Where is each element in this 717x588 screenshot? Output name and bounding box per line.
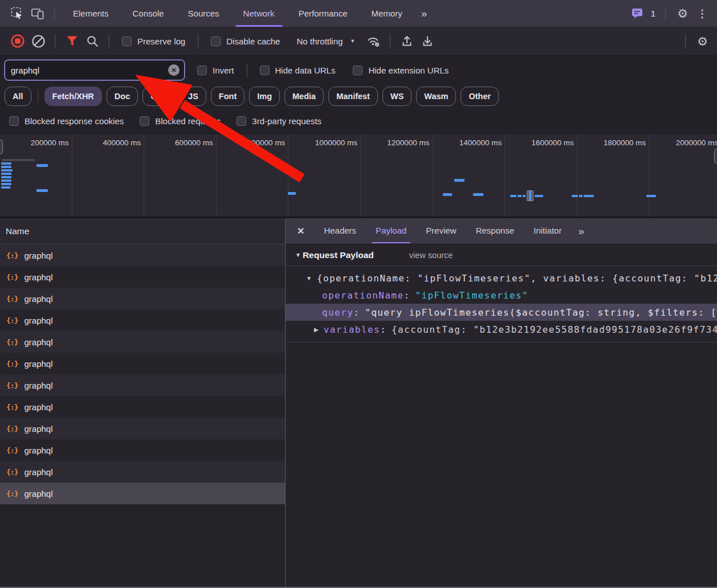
hide-extension-urls-label: Hide extension URLs xyxy=(368,66,449,75)
tab-sources[interactable]: Sources xyxy=(176,0,231,27)
kebab-menu-icon[interactable]: ⋮ xyxy=(697,9,707,19)
chip-ws[interactable]: WS xyxy=(382,87,412,106)
overview-right-handle[interactable] xyxy=(714,149,717,164)
disable-cache-checkbox[interactable] xyxy=(211,36,221,46)
request-timing-bar xyxy=(1,169,13,172)
timeline-tick: 1800000 ms xyxy=(577,134,650,217)
table-row[interactable]: {:}graphql xyxy=(0,331,285,353)
clear-network-log-icon[interactable] xyxy=(31,34,46,48)
table-row[interactable]: {:}graphql xyxy=(0,374,285,396)
section-collapse-icon[interactable]: ▼ xyxy=(295,252,301,258)
throttling-dropdown[interactable]: No throttling ▼ xyxy=(296,36,355,46)
3rd-party-requests-checkbox[interactable] xyxy=(237,116,246,126)
timeline-tick: 400000 ms xyxy=(72,134,145,217)
table-row[interactable]: {:}graphql xyxy=(0,353,285,374)
settings-gear-icon[interactable]: ⚙ xyxy=(677,7,688,19)
close-details-icon[interactable]: ✕ xyxy=(297,226,304,236)
table-row[interactable]: {:}graphql xyxy=(0,288,285,309)
tab-performance[interactable]: Performance xyxy=(287,0,360,27)
table-row[interactable]: {:}graphql xyxy=(0,461,285,483)
chip-css[interactable]: CSS xyxy=(142,87,176,106)
network-filter-input[interactable]: graphql ✕ xyxy=(5,60,185,80)
detail-tab-preview[interactable]: Preview xyxy=(416,218,466,243)
chip-all[interactable]: All xyxy=(5,87,31,106)
chip-font[interactable]: Font xyxy=(211,87,245,106)
detail-tab-headers[interactable]: Headers xyxy=(314,218,366,243)
timeline-tick: 1000000 ms xyxy=(288,134,361,217)
request-payload-section-header[interactable]: ▼ Request Payload view source xyxy=(286,244,717,266)
timeline-tick: 1400000 ms xyxy=(433,134,506,217)
import-har-icon[interactable] xyxy=(400,34,414,48)
chip-doc[interactable]: Doc xyxy=(107,87,138,106)
network-settings-gear-icon[interactable]: ⚙ xyxy=(697,35,708,47)
blocked-requests-checkbox[interactable] xyxy=(140,116,149,126)
chip-manifest[interactable]: Manifest xyxy=(328,87,378,106)
preserve-log-checkbox[interactable] xyxy=(122,36,132,46)
disable-cache-toggle[interactable]: Disable cache xyxy=(211,36,280,46)
tab-memory[interactable]: Memory xyxy=(360,0,414,27)
payload-property-row[interactable]: query:"query ipFlowTimeseries($accountTa… xyxy=(286,304,717,321)
selected-request-marker xyxy=(527,190,533,201)
tab-elements[interactable]: Elements xyxy=(61,0,121,27)
payload-summary-row[interactable]: ▼ {operationName: "ipFlowTimeseries", va… xyxy=(286,270,717,287)
request-list-panel: Name {:}graphql{:}graphql{:}graphql{:}gr… xyxy=(0,218,286,588)
chip-fetch-xhr[interactable]: Fetch/XHR xyxy=(44,87,102,106)
blocked-response-cookies-checkbox[interactable] xyxy=(9,116,19,126)
3rd-party-requests-toggle[interactable]: 3rd-party requests xyxy=(237,116,321,126)
filter-funnel-icon[interactable] xyxy=(64,34,79,48)
tab-network[interactable]: Network xyxy=(231,0,287,27)
json-braces-icon: {:} xyxy=(6,403,18,411)
blocked-requests-toggle[interactable]: Blocked requests xyxy=(140,116,221,126)
tree-expand-icon[interactable]: ▼ xyxy=(306,275,312,281)
preserve-log-toggle[interactable]: Preserve log xyxy=(122,36,185,46)
table-row[interactable]: {:}graphql xyxy=(0,266,285,288)
view-source-link[interactable]: view source xyxy=(409,251,453,260)
divider xyxy=(109,34,109,48)
hide-data-urls-toggle[interactable]: Hide data URLs xyxy=(260,66,336,75)
table-row[interactable]: {:}graphql xyxy=(0,439,285,461)
table-row[interactable]: {:}graphql xyxy=(0,418,285,439)
json-braces-icon: {:} xyxy=(6,360,18,368)
device-toolbar-icon[interactable] xyxy=(30,6,45,21)
table-row[interactable]: {:}graphql xyxy=(0,483,285,504)
chip-js[interactable]: JS xyxy=(180,87,206,106)
hide-extension-urls-toggle[interactable]: Hide extension URLs xyxy=(353,66,449,75)
payload-property-row[interactable]: ▶variables:{accountTag: "b12e3b2192ee558… xyxy=(286,321,717,338)
table-row[interactable]: {:}graphql xyxy=(0,309,285,331)
json-braces-icon: {:} xyxy=(6,273,18,281)
json-braces-icon: {:} xyxy=(6,295,18,303)
tree-expand-icon[interactable]: ▶ xyxy=(314,326,319,333)
invert-toggle[interactable]: Invert xyxy=(197,66,234,75)
overview-left-handle[interactable] xyxy=(0,140,3,154)
hide-data-urls-checkbox[interactable] xyxy=(260,66,270,75)
network-overview-timeline[interactable]: 200000 ms400000 ms600000 ms800000 ms1000… xyxy=(0,133,717,218)
chip-other[interactable]: Other xyxy=(461,87,499,106)
export-har-icon[interactable] xyxy=(420,34,435,48)
detail-tab-payload[interactable]: Payload xyxy=(366,218,416,243)
detail-tab-initiator[interactable]: Initiator xyxy=(524,218,571,243)
clear-filter-icon[interactable]: ✕ xyxy=(168,64,180,76)
divider xyxy=(685,34,686,48)
issues-message-icon[interactable] xyxy=(630,6,645,21)
payload-property-row[interactable]: operationName:"ipFlowTimeseries" xyxy=(286,287,717,304)
detail-tab-response[interactable]: Response xyxy=(466,218,524,243)
search-icon[interactable] xyxy=(85,34,100,48)
json-braces-icon: {:} xyxy=(6,468,18,476)
chip-img[interactable]: Img xyxy=(249,87,280,106)
inspect-element-icon[interactable] xyxy=(10,6,25,21)
chip-media[interactable]: Media xyxy=(284,87,324,106)
blocked-response-cookies-toggle[interactable]: Blocked response cookies xyxy=(9,116,124,126)
network-conditions-icon[interactable] xyxy=(366,34,381,48)
more-detail-tabs-chevron-icon[interactable]: » xyxy=(578,225,584,238)
json-braces-icon: {:} xyxy=(6,489,18,498)
table-row[interactable]: {:}graphql xyxy=(0,396,285,418)
record-network-log-icon[interactable] xyxy=(10,34,25,48)
table-row[interactable]: {:}graphql xyxy=(0,244,285,266)
name-column-header[interactable]: Name xyxy=(0,218,285,244)
payload-key: query xyxy=(322,307,353,318)
more-panels-chevron-icon[interactable]: » xyxy=(421,7,427,20)
hide-extension-urls-checkbox[interactable] xyxy=(353,66,362,75)
chip-wasm[interactable]: Wasm xyxy=(416,87,456,106)
tab-console[interactable]: Console xyxy=(121,0,176,27)
invert-checkbox[interactable] xyxy=(197,66,207,75)
